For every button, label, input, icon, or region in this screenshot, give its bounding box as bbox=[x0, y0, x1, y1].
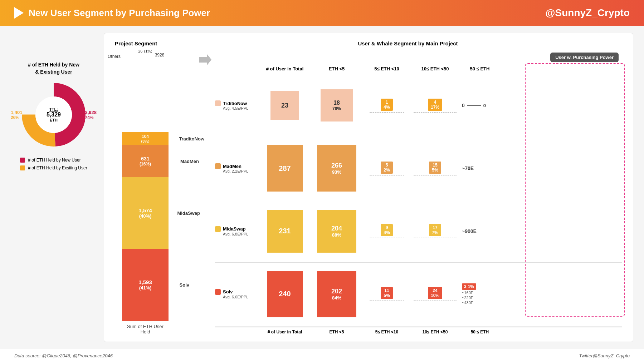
footer-source: Data source: @Clique2046, @Provenance204… bbox=[14, 353, 113, 358]
project-segment-title: Project Segment bbox=[115, 40, 194, 47]
header: New User Segment by Purchasing Power @Su… bbox=[0, 0, 644, 26]
col-eth50plus-solv: 3 1% ~160E ~220E ~430E bbox=[462, 283, 498, 305]
seg-color-midaswap bbox=[215, 226, 221, 232]
col-eth50-midaswap: 17 7% bbox=[408, 224, 462, 238]
legend-new-color bbox=[20, 158, 25, 163]
col-header-eth50: 10≤ ETH <50 bbox=[408, 66, 462, 71]
donut-amount: 5,329 bbox=[47, 111, 61, 118]
axis-label-eth50: 10≤ ETH <50 bbox=[408, 329, 462, 334]
col-eth10-traditonow: 1 4% bbox=[365, 99, 408, 113]
pp-label: User w. Purchasing Power bbox=[550, 53, 619, 62]
col-total-madmen: 287 bbox=[262, 145, 308, 192]
footer: Data source: @Clique2046, @Provenance204… bbox=[0, 349, 644, 362]
donut-center: TTL: 5,329 ETH bbox=[47, 107, 61, 122]
axis-labels-bottom: # of User in Total ETH <5 5≤ ETH <10 10≤… bbox=[215, 327, 622, 334]
col-eth50plus-madmen: ~70E bbox=[462, 165, 498, 171]
bar-seg-madmen: 631 (16%) MadMen bbox=[122, 145, 169, 177]
footer-twitter: Twitter@SunnyZ_Crypto bbox=[579, 353, 630, 358]
seg-label-midaswap: MidaSwap Avg. 6.8E/PPL bbox=[215, 226, 262, 236]
col-eth5-traditonow: 18 78% bbox=[308, 89, 365, 122]
axis-label-total: # of User in Total bbox=[262, 329, 308, 334]
col-eth5-midaswap: 204 88% bbox=[308, 210, 365, 253]
col-eth50-solv: 24 10% bbox=[408, 287, 462, 301]
legend-new: # of ETH Held by New User bbox=[20, 158, 87, 163]
others-text: Others bbox=[108, 54, 121, 59]
col-eth10-solv: 11 5% bbox=[365, 287, 408, 301]
axis-label-eth10: 5≤ ETH <10 bbox=[365, 329, 408, 334]
bar-axis-label: Sum of ETH User Held bbox=[122, 324, 169, 334]
col-total-traditonow: 23 bbox=[262, 91, 308, 120]
others-label-row: 26(1%) bbox=[122, 49, 169, 53]
donut-label-existing: 1,401 26% bbox=[11, 110, 23, 120]
bar-seg-traditonow: 104 (3%) TraditoNow bbox=[122, 132, 169, 145]
seg-color-solv bbox=[215, 289, 221, 295]
donut-chart: 1,401 26% 3,928 74% TTL: 5,329 ETH bbox=[21, 83, 86, 147]
col-headers: # of User in Total ETH <5 5≤ ETH <10 10≤… bbox=[215, 66, 622, 71]
axis-label-eth5: ETH <5 bbox=[308, 329, 365, 334]
header-title: New User Segment by Purchasing Power bbox=[29, 8, 210, 19]
existing-pct: 26% bbox=[11, 115, 23, 120]
left-panel: # of ETH Held by New& Existing User 1,40… bbox=[11, 33, 97, 342]
bar-seg-midaswap: 1,574 (40%) MidaSwap bbox=[122, 177, 169, 249]
col-eth50plus-midaswap: ~900E bbox=[462, 228, 498, 234]
donut-unit: ETH bbox=[47, 118, 61, 122]
col-eth5-solv: 202 84% bbox=[308, 271, 365, 317]
donut-title: # of ETH Held by New& Existing User bbox=[28, 61, 79, 75]
bar-seg-madmen-label: MadMen bbox=[180, 159, 199, 164]
col-eth5-madmen: 266 93% bbox=[308, 145, 365, 192]
seg-label-solv: Solv Avg. 6.6E/PPL bbox=[215, 289, 262, 299]
col-eth10-midaswap: 9 4% bbox=[365, 224, 408, 238]
donut-ttl-label: TTL: bbox=[47, 107, 61, 111]
legend-existing-label: # of ETH Held by Exsiting User bbox=[28, 165, 87, 170]
col-eth50-madmen: 15 5% bbox=[408, 162, 462, 175]
col-eth10-madmen: 5 2% bbox=[365, 162, 408, 175]
bar-seg-midaswap-label: MidaSwap bbox=[177, 210, 200, 216]
seg-row-solv: Solv Avg. 6.6E/PPL 240 202 84% bbox=[215, 263, 622, 325]
play-icon bbox=[14, 7, 24, 19]
seg-label-traditonow: TrditioNow Avg. 4.5E/PPL bbox=[215, 100, 262, 110]
col-total-solv: 240 bbox=[262, 271, 308, 317]
col-total-midaswap: 231 bbox=[262, 210, 308, 253]
seg-row-madmen: MadMen Avg. 2.2E/PPL 287 266 93% bbox=[215, 137, 622, 200]
seg-color-madmen bbox=[215, 163, 221, 169]
bar-total-top: 3928 bbox=[126, 53, 194, 58]
col-header-total: # of User in Total bbox=[262, 66, 308, 71]
col-eth50-traditonow: 4 17% bbox=[408, 99, 462, 113]
seg-color-traditonow bbox=[215, 100, 221, 106]
legend-new-label: # of ETH Held by New User bbox=[28, 158, 80, 163]
seg-row-midaswap: MidaSwap Avg. 6.8E/PPL 231 204 88% bbox=[215, 200, 622, 263]
col-header-eth50plus: 50 ≤ ETH bbox=[462, 66, 498, 71]
legend-existing-color bbox=[20, 165, 25, 170]
bar-seg-traditonow-label: TraditoNow bbox=[179, 136, 204, 142]
new-pct: 74% bbox=[85, 115, 97, 120]
header-title-group: New User Segment by Purchasing Power bbox=[14, 7, 210, 19]
bar-chart-column: 3928 26(1%) Others 104 (3%) bbox=[115, 53, 194, 334]
donut-label-new: 3,928 74% bbox=[85, 110, 97, 120]
new-value: 3,928 bbox=[85, 110, 97, 115]
existing-value: 1,401 bbox=[11, 110, 23, 115]
legend-existing: # of ETH Held by Exsiting User bbox=[20, 165, 87, 170]
legend: # of ETH Held by New User # of ETH Held … bbox=[20, 158, 87, 170]
segment-chart: User w. Purchasing Power # of User in To… bbox=[215, 53, 622, 334]
arrow-section bbox=[194, 53, 215, 85]
axis-label-eth50plus: 50 ≤ ETH bbox=[462, 329, 498, 334]
main-content: # of ETH Held by New& Existing User 1,40… bbox=[0, 26, 644, 349]
stacked-bar: 26(1%) Others 104 (3%) TraditoNow bbox=[122, 59, 169, 334]
svg-marker-3 bbox=[199, 54, 211, 65]
segment-chart-title: User & Whale Segment by Main Project bbox=[194, 40, 622, 47]
bar-seg-solv-label: Solv bbox=[180, 282, 189, 288]
seg-row-traditonow: TrditioNow Avg. 4.5E/PPL 23 18 bbox=[215, 74, 622, 137]
col-header-eth5: ETH <5 bbox=[308, 66, 365, 71]
bar-seg-solv: 1,593 (41%) Solv bbox=[122, 249, 169, 321]
col-header-eth10: 5≤ ETH <10 bbox=[365, 66, 408, 71]
seg-label-madmen: MadMen Avg. 2.2E/PPL bbox=[215, 163, 262, 173]
col-eth50plus-traditonow: 0 0 bbox=[462, 103, 498, 108]
header-handle: @SunnyZ_Crypto bbox=[545, 7, 630, 19]
right-panel: Project Segment User & Whale Segment by … bbox=[104, 33, 633, 342]
